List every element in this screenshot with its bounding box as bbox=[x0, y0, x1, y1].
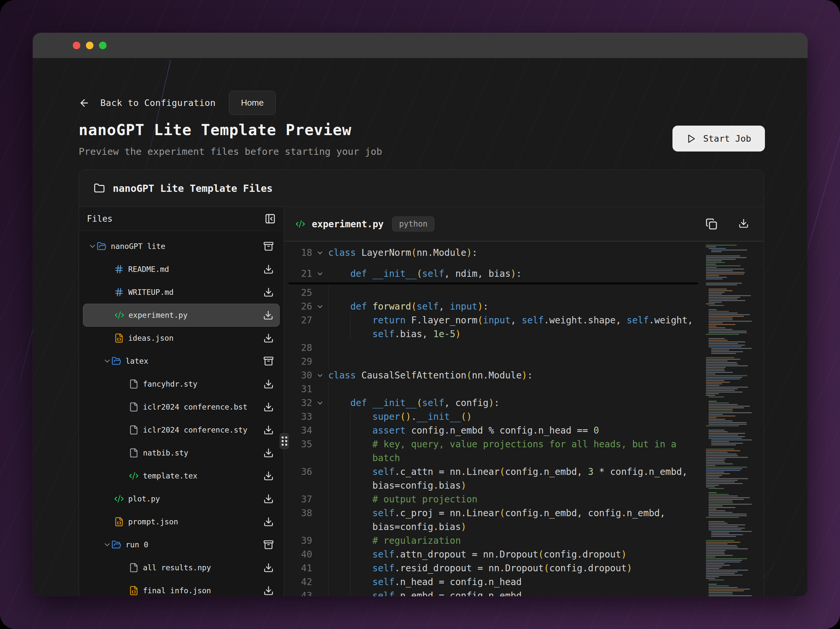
download-icon[interactable] bbox=[263, 448, 274, 458]
tree-row-fancyhdr-sty[interactable]: fancyhdr.sty bbox=[83, 373, 279, 395]
download-icon[interactable] bbox=[263, 379, 274, 389]
code-line-25: 25 bbox=[284, 286, 703, 300]
play-icon bbox=[686, 134, 696, 144]
tree-row-latex[interactable]: latex bbox=[83, 349, 279, 373]
code-text: self.resid_dropout = nn.Dropout(config.d… bbox=[328, 561, 632, 575]
app-window: Back to Configuration Home nanoGPT Lite … bbox=[33, 33, 808, 596]
fold-gutter bbox=[312, 575, 328, 589]
folder-icon bbox=[94, 183, 105, 194]
code-line-40: 40 self.attn_dropout = nn.Dropout(config… bbox=[284, 548, 703, 561]
fold-gutter bbox=[312, 410, 328, 424]
file-label: nanoGPT_lite bbox=[111, 242, 165, 251]
code-text: bias=config.bias) bbox=[328, 479, 466, 493]
folder-icon bbox=[112, 356, 121, 366]
tree-row-final-info-json[interactable]: final_info.json bbox=[83, 579, 279, 596]
traffic-light-close-button[interactable] bbox=[73, 42, 81, 49]
copy-code-icon[interactable] bbox=[706, 218, 717, 230]
files-header-label: Files bbox=[87, 214, 112, 224]
download-icon[interactable] bbox=[263, 264, 274, 275]
window-content: Back to Configuration Home nanoGPT Lite … bbox=[33, 58, 808, 596]
fold-gutter bbox=[312, 493, 328, 506]
tree-row-template-tex[interactable]: template.tex bbox=[83, 465, 279, 487]
back-to-configuration-link[interactable]: Back to Configuration bbox=[79, 97, 216, 109]
download-icon[interactable] bbox=[263, 333, 274, 343]
fold-gutter bbox=[312, 506, 328, 520]
line-number bbox=[284, 520, 312, 534]
download-icon[interactable] bbox=[263, 310, 273, 321]
tree-row-run-0[interactable]: run_0 bbox=[83, 533, 279, 556]
tree-row-nanogpt-lite[interactable]: nanoGPT_lite bbox=[83, 235, 279, 258]
code-line-35: 35 # key, query, value projections for a… bbox=[284, 438, 703, 451]
tree-row-prompt-json[interactable]: prompt.json bbox=[83, 510, 279, 533]
fold-gutter bbox=[312, 424, 328, 438]
line-number: 27 bbox=[284, 313, 312, 327]
traffic-light-zoom-button[interactable] bbox=[99, 42, 107, 49]
tree-row-readme-md[interactable]: README.md bbox=[83, 258, 279, 281]
download-icon[interactable] bbox=[263, 287, 274, 297]
code-text: def forward(self, input): bbox=[328, 300, 488, 313]
line-number: 40 bbox=[284, 548, 312, 561]
code-text bbox=[328, 355, 328, 368]
line-number: 37 bbox=[284, 493, 312, 506]
code-line-32: 32 def __init__(self, config): bbox=[284, 396, 703, 410]
file-tree: nanoGPT_liteREADME.mdWRITEUP.mdexperimen… bbox=[79, 231, 284, 596]
code-text: batch bbox=[328, 451, 400, 465]
tree-row-iclr2024-conference-sty[interactable]: iclr2024_conference.sty bbox=[83, 419, 279, 441]
code-line-33: 33 super().__init__() bbox=[284, 410, 703, 424]
tree-row-iclr2024-conference-bst[interactable]: iclr2024_conference.bst bbox=[83, 395, 279, 419]
download-icon[interactable] bbox=[263, 517, 274, 527]
chevron-down-icon[interactable] bbox=[103, 357, 112, 365]
tree-row-natbib-sty[interactable]: natbib.sty bbox=[83, 441, 279, 465]
archive-icon[interactable] bbox=[263, 539, 274, 550]
code-line-31: 31 bbox=[284, 382, 703, 396]
fold-separator-bar[interactable] bbox=[289, 282, 698, 284]
file-label: run_0 bbox=[126, 540, 148, 549]
download-icon[interactable] bbox=[263, 471, 274, 481]
download-icon[interactable] bbox=[263, 425, 274, 435]
file-label: template.tex bbox=[143, 472, 197, 480]
code-text bbox=[328, 286, 328, 300]
code-text: self.c_proj = nn.Linear(config.n_embd, c… bbox=[328, 506, 665, 520]
archive-icon[interactable] bbox=[263, 241, 274, 251]
start-job-button[interactable]: Start Job bbox=[673, 126, 765, 152]
traffic-light-minimize-button[interactable] bbox=[86, 42, 93, 49]
code-line-18: 18class LayerNorm(nn.Module): bbox=[284, 246, 703, 260]
code-editor[interactable]: 18class LayerNorm(nn.Module):21 def __in… bbox=[284, 241, 703, 596]
file-label: all_results.npy bbox=[143, 563, 211, 572]
start-job-label: Start Job bbox=[703, 133, 751, 144]
code-line-42: 42 self.n_head = config.n_head bbox=[284, 575, 703, 589]
tree-row-plot-py[interactable]: plot.py bbox=[83, 487, 279, 510]
fold-gutter bbox=[312, 534, 328, 548]
file-icon bbox=[129, 563, 139, 572]
fold-chevron-icon[interactable] bbox=[312, 396, 328, 410]
download-icon[interactable] bbox=[263, 402, 274, 412]
code-text: self.n_embd = config.n_embd bbox=[328, 589, 522, 596]
chevron-down-icon[interactable] bbox=[88, 242, 97, 251]
code-minimap[interactable] bbox=[703, 241, 764, 596]
download-code-icon[interactable] bbox=[738, 218, 749, 230]
download-icon[interactable] bbox=[263, 563, 274, 573]
archive-icon[interactable] bbox=[263, 356, 274, 366]
fold-chevron-icon[interactable] bbox=[312, 300, 328, 313]
code-text bbox=[328, 382, 328, 396]
home-button[interactable]: Home bbox=[229, 91, 276, 115]
tree-row-ideas-json[interactable]: ideas.json bbox=[83, 327, 279, 349]
line-number: 39 bbox=[284, 534, 312, 548]
fold-chevron-icon[interactable] bbox=[312, 246, 328, 260]
fold-gutter bbox=[312, 451, 328, 465]
file-label: iclr2024_conference.sty bbox=[143, 426, 248, 434]
code-line-27: 27 return F.layer_norm(input, self.weigh… bbox=[284, 313, 703, 327]
download-icon[interactable] bbox=[263, 493, 274, 504]
tree-row-writeup-md[interactable]: WRITEUP.md bbox=[83, 281, 279, 304]
collapse-sidebar-icon[interactable] bbox=[265, 213, 276, 224]
fold-chevron-icon[interactable] bbox=[312, 267, 328, 281]
fold-chevron-icon[interactable] bbox=[312, 368, 328, 382]
line-number: 25 bbox=[284, 286, 312, 300]
tree-row-experiment-py[interactable]: experiment.py bbox=[83, 304, 279, 327]
download-icon[interactable] bbox=[263, 585, 274, 596]
panel-resize-grip[interactable] bbox=[279, 433, 289, 449]
tree-row-all-results-npy[interactable]: all_results.npy bbox=[83, 556, 279, 579]
file-label: iclr2024_conference.bst bbox=[143, 403, 248, 411]
code-line-28: 28 bbox=[284, 341, 703, 355]
chevron-down-icon[interactable] bbox=[103, 540, 112, 549]
